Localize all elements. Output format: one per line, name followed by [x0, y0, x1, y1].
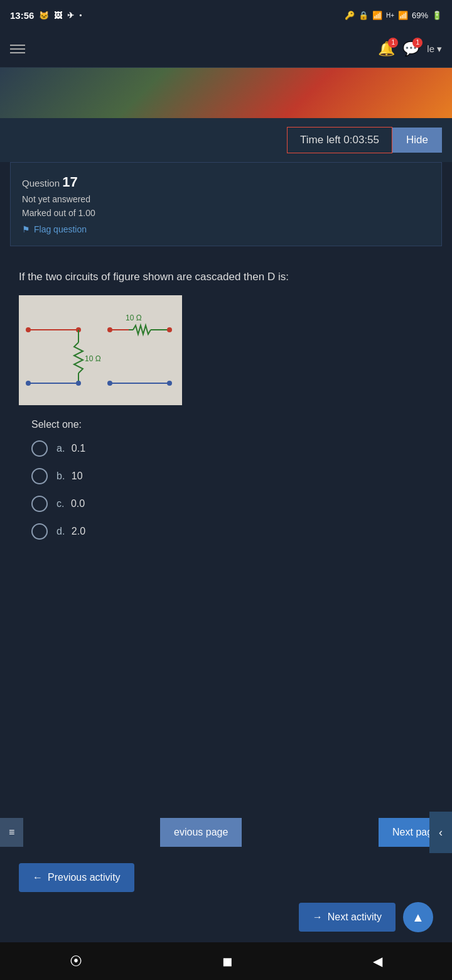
svg-point-17 — [107, 381, 112, 386]
svg-point-8 — [26, 381, 31, 386]
menu-list-icon: ≡ — [9, 827, 14, 837]
chat-button[interactable]: 💬 1 — [402, 41, 419, 57]
menu-icon-button[interactable]: ≡ — [0, 818, 23, 847]
status-icon-3: ✈ — [67, 11, 74, 20]
option-a[interactable]: a. 0.1 — [31, 440, 439, 457]
options-list: a. 0.1 b. 10 c. 0.0 — [19, 440, 439, 540]
option-a-label: a. 0.1 — [56, 443, 85, 454]
status-dot: • — [79, 11, 82, 19]
android-menu-btn[interactable]: ⦿ — [70, 954, 82, 969]
chevron-up-icon: ▲ — [412, 910, 424, 925]
android-home-btn[interactable]: ◼ — [222, 954, 233, 969]
question-number: 17 — [62, 174, 77, 190]
chat-badge: 1 — [412, 38, 422, 48]
hide-button[interactable]: Hide — [392, 128, 442, 153]
next-activity-button[interactable]: → Next activity — [299, 903, 396, 932]
radio-c[interactable] — [31, 496, 48, 512]
option-d-label: d. 2.0 — [56, 526, 85, 537]
status-time: 13:56 — [10, 10, 34, 21]
question-mark: Marked out of 1.00 — [22, 208, 430, 218]
battery-icon: 🔋 — [432, 11, 442, 20]
android-back-btn[interactable]: ◀ — [373, 954, 382, 969]
nav-bar: 🔔 1 💬 1 le ▾ — [0, 30, 452, 68]
status-icon-2: 🖼 — [54, 11, 62, 20]
status-bar: 13:56 🐱 🖼 ✈ • 🔑 🔒 📶 H+ 📶 69% 🔋 — [0, 0, 452, 30]
battery-text: 69% — [412, 11, 428, 20]
svg-point-11 — [107, 327, 112, 332]
bell-badge: 1 — [388, 38, 398, 48]
status-right-icons: 🔑 🔒 📶 H+ 📶 69% 🔋 — [345, 11, 442, 20]
svg-point-14 — [167, 327, 172, 332]
arrow-left-icon: ← — [33, 872, 43, 883]
svg-text:10 Ω: 10 Ω — [126, 313, 142, 322]
svg-rect-0 — [19, 295, 182, 405]
android-nav-bar: ⦿ ◼ ◀ — [0, 942, 452, 980]
svg-point-9 — [76, 381, 81, 386]
option-b[interactable]: b. 10 — [31, 468, 439, 484]
radio-a[interactable] — [31, 440, 48, 457]
nav-right-group: 🔔 1 💬 1 le ▾ — [378, 41, 442, 57]
option-d[interactable]: d. 2.0 — [31, 523, 439, 540]
radio-d[interactable] — [31, 523, 48, 540]
question-label: Question 17 — [22, 174, 430, 190]
right-chevron-icon[interactable]: ‹ — [429, 812, 452, 853]
question-status: Not yet answered — [22, 194, 430, 204]
status-icon-1: 🐱 — [39, 11, 49, 20]
signal-icon-2: H+ — [386, 12, 394, 19]
signal-icon-1: 📶 — [372, 11, 382, 20]
svg-point-18 — [167, 381, 172, 386]
lock-icon: 🔒 — [358, 11, 369, 20]
flag-question-link[interactable]: ⚑ Flag question — [22, 224, 430, 234]
option-c[interactable]: c. 0.0 — [31, 496, 439, 512]
question-word: Question — [22, 178, 60, 188]
question-content: If the two circuits of figure shown are … — [0, 256, 452, 565]
timer-row: Time left 0:03:55 Hide — [0, 118, 452, 162]
next-activity-row: → Next activity ▲ — [0, 897, 452, 942]
circuit-diagram: 10 Ω 10 Ω — [19, 295, 182, 405]
svg-point-2 — [26, 327, 31, 332]
header-image — [0, 68, 452, 118]
svg-text:10 Ω: 10 Ω — [85, 354, 101, 363]
hamburger-menu[interactable] — [10, 45, 25, 53]
question-box: Question 17 Not yet answered Marked out … — [10, 162, 442, 246]
key-icon: 🔑 — [345, 11, 355, 20]
account-name: le — [427, 43, 434, 54]
radio-b[interactable] — [31, 468, 48, 484]
prev-page-button[interactable]: evious page — [160, 818, 242, 847]
prev-activity-row: ← Previous activity — [0, 853, 452, 897]
circuit-svg: 10 Ω 10 Ω — [19, 295, 182, 405]
timer-display: Time left 0:03:55 — [287, 127, 392, 153]
prev-activity-button[interactable]: ← Previous activity — [19, 863, 134, 892]
option-c-label: c. 0.0 — [56, 498, 85, 509]
flag-icon: ⚑ — [22, 224, 30, 234]
status-time-group: 13:56 🐱 🖼 ✈ • — [10, 10, 82, 21]
bell-button[interactable]: 🔔 1 — [378, 41, 395, 57]
option-b-label: b. 10 — [56, 471, 83, 482]
scroll-up-button[interactable]: ▲ — [403, 902, 433, 932]
chevron-down-icon: ▾ — [437, 43, 442, 55]
signal-icon-3: 📶 — [398, 11, 408, 20]
arrow-right-icon: → — [313, 912, 323, 923]
select-one-label: Select one: — [19, 419, 439, 430]
question-text: If the two circuits of figure shown are … — [19, 269, 439, 285]
pagination-row: ≡ evious page Next page ‹ — [0, 812, 452, 853]
account-selector[interactable]: le ▾ — [427, 43, 442, 55]
